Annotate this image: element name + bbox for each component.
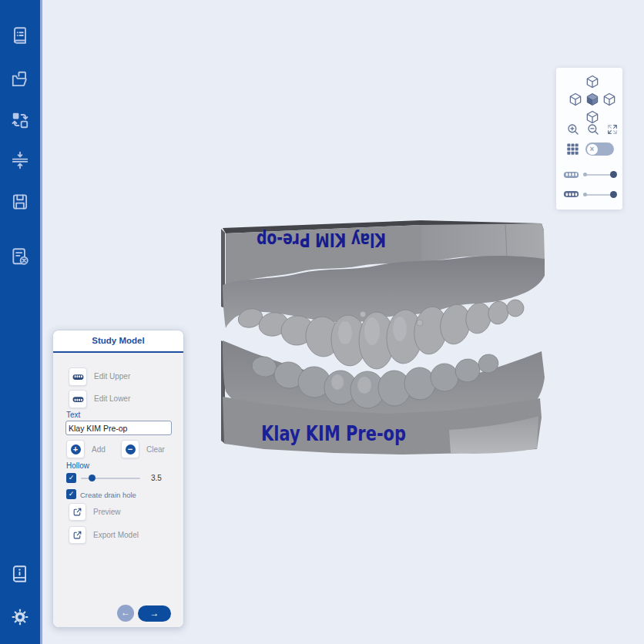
lower-slider-thumb[interactable] — [610, 191, 617, 198]
check-icon: ✓ — [69, 474, 75, 481]
edit-upper-label: Edit Upper — [94, 372, 130, 381]
export-model-button[interactable] — [69, 526, 86, 544]
convert-icon — [10, 110, 30, 130]
engraving-text-input[interactable] — [65, 421, 172, 435]
save-icon — [10, 192, 30, 212]
study-model-panel: Study Model Edit Upper Edit Lower Text +… — [52, 330, 184, 628]
hollow-checkbox[interactable]: ✓ — [66, 473, 76, 483]
model-viewport[interactable]: Klay KIM Pre-op Klay KIM Pre-op — [218, 216, 549, 462]
panel-title: Study Model — [53, 330, 183, 353]
sidebar-item-convert[interactable] — [10, 110, 30, 130]
view-right-button[interactable] — [602, 92, 617, 107]
preview-button[interactable] — [69, 503, 86, 521]
export-arrow-icon — [72, 507, 82, 517]
add-text-button[interactable]: + — [66, 440, 85, 458]
lower-engraving-text: Klay KIM Pre-op — [261, 421, 406, 445]
sidebar-item-case-list[interactable] — [10, 25, 30, 45]
view-front-button[interactable] — [585, 92, 600, 107]
edit-upper-button[interactable] — [69, 367, 87, 386]
cube-front-icon — [585, 92, 600, 107]
zoom-in-button[interactable] — [566, 122, 580, 136]
case-list-icon — [10, 25, 30, 45]
fit-screen-icon — [606, 123, 619, 136]
zoom-out-icon — [586, 122, 600, 136]
back-arrow-icon: ← — [121, 607, 130, 618]
discard-form-icon — [10, 247, 30, 267]
back-button[interactable]: ← — [117, 605, 134, 622]
study-model-3d: Klay KIM Pre-op Klay KIM Pre-op — [218, 216, 549, 462]
upper-teeth-icon — [72, 374, 84, 381]
sidebar-item-open-case[interactable] — [10, 69, 30, 89]
upper-slider-thumb[interactable] — [610, 171, 617, 178]
grid-button[interactable] — [565, 142, 580, 156]
hollow-value: 3.5 — [151, 474, 162, 482]
occlusion-toggle[interactable]: × — [585, 143, 614, 156]
upper-slider-min-dot — [583, 173, 587, 176]
plus-icon: + — [71, 444, 81, 454]
sidebar-item-info[interactable] — [10, 564, 30, 584]
upper-arch-button[interactable] — [563, 170, 579, 179]
settings-gear-icon — [10, 607, 30, 627]
lower-teeth-icon — [72, 396, 84, 403]
cube-right-icon — [602, 92, 617, 107]
export-model-label: Export Model — [93, 531, 139, 539]
viewport-toolbar: × — [556, 68, 622, 210]
cube-top-icon — [585, 74, 600, 89]
toggle-cross-icon: × — [587, 144, 598, 155]
view-top-button[interactable] — [585, 74, 600, 89]
sidebar-item-discard-case[interactable] — [10, 247, 30, 267]
lower-slider-min-dot — [583, 193, 587, 196]
zoom-in-icon — [566, 122, 580, 136]
export-arrow-icon — [72, 530, 82, 540]
drain-hole-checkbox[interactable]: ✓ — [66, 489, 76, 499]
grid-icon — [565, 142, 580, 156]
lower-arch-icon — [563, 190, 579, 199]
open-folder-icon — [10, 69, 30, 89]
cube-left-icon — [568, 92, 583, 107]
upper-engraving: Klay KIM Pre-op — [257, 229, 386, 251]
info-book-icon — [10, 564, 30, 584]
upper-arch-icon — [563, 170, 579, 179]
clear-label: Clear — [146, 445, 165, 454]
clear-text-button[interactable]: − — [121, 440, 139, 458]
add-label: Add — [92, 445, 106, 454]
sidebar-item-save[interactable] — [10, 192, 30, 212]
hollow-slider-thumb[interactable] — [89, 475, 96, 481]
next-button[interactable]: → — [138, 605, 171, 622]
edit-lower-button[interactable] — [69, 390, 87, 408]
articulate-compress-icon — [10, 150, 30, 170]
drain-hole-label: Create drain hole — [80, 491, 136, 499]
check-icon: ✓ — [69, 490, 75, 498]
text-label: Text — [66, 411, 80, 419]
minus-icon: − — [126, 444, 136, 454]
hollow-label: Hollow — [66, 461, 89, 470]
view-left-button[interactable] — [568, 92, 583, 107]
next-arrow-icon: → — [150, 608, 159, 619]
fit-screen-button[interactable] — [606, 123, 619, 136]
dental-cad-app: { "app": { "background": "#e9edf5", "sid… — [0, 0, 644, 644]
preview-label: Preview — [93, 508, 121, 516]
sidebar-item-settings[interactable] — [10, 607, 30, 627]
lower-arch-button[interactable] — [563, 190, 579, 199]
edit-lower-label: Edit Lower — [94, 394, 130, 403]
sidebar-item-articulate[interactable] — [10, 150, 30, 170]
sidebar — [0, 0, 42, 644]
zoom-out-button[interactable] — [586, 122, 600, 136]
upper-engraving-text: Klay KIM Pre-op — [257, 229, 386, 251]
